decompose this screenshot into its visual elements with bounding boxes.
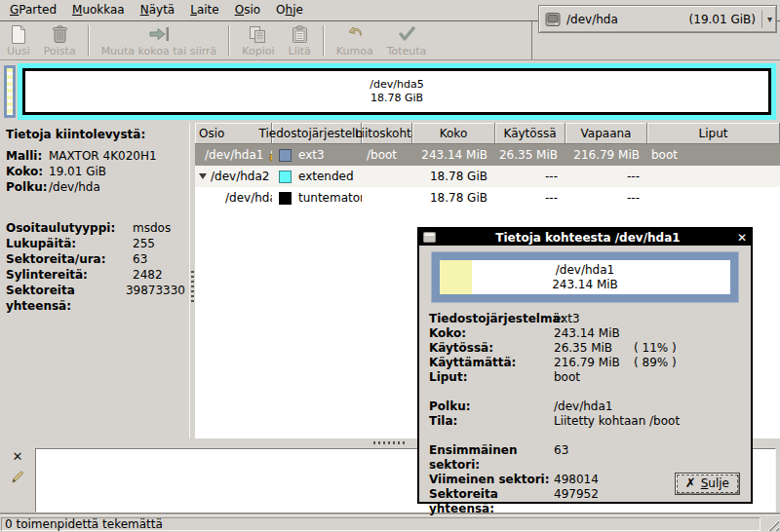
dialog-window-icon bbox=[423, 232, 436, 243]
table-row-hda1[interactable]: /dev/hda1 ext3 /boot 243.14 MiB 26.35 Mi… bbox=[195, 144, 780, 166]
undo-arrow-icon bbox=[346, 24, 364, 44]
dialog-row: Ensimmäinen sektori:63 bbox=[429, 443, 751, 473]
copy-button[interactable]: Kopioi bbox=[235, 21, 281, 59]
dialog-row: Koko:243.14 MiB bbox=[429, 326, 751, 341]
toolbar-dock-separator bbox=[531, 21, 532, 59]
device-size: (19.01 GiB) bbox=[689, 13, 756, 26]
toolbar-separator bbox=[323, 25, 325, 56]
info-row: Malli:MAXTOR 4K020H1 bbox=[6, 148, 185, 164]
paste-button[interactable]: Liitä bbox=[282, 21, 318, 59]
partition-table-header: Osio Tiedostojärjestelmä Liitoskohta Kok… bbox=[195, 123, 780, 144]
dialog-graphic-label: /dev/hda1 bbox=[556, 263, 614, 278]
new-partition-button[interactable]: Uusi bbox=[0, 21, 37, 59]
menu-nayta[interactable]: Näytä bbox=[133, 0, 183, 20]
splitter-handle-dots bbox=[191, 271, 194, 304]
col-header-liput[interactable]: Liput bbox=[647, 123, 780, 144]
status-text: 0 toimenpidettä tekemättä bbox=[5, 517, 163, 531]
info-row: Koko:19.01 GiB bbox=[6, 164, 185, 179]
visual-partition-hda5[interactable]: /dev/hda5 18.78 GiB bbox=[22, 68, 771, 115]
resize-grip[interactable] bbox=[764, 516, 779, 531]
info-row: Lukupäitä:255 bbox=[6, 236, 185, 251]
status-message-box: 0 toimenpidettä tekemättä bbox=[1, 517, 760, 531]
close-pane-icon[interactable]: ✕ bbox=[13, 450, 23, 464]
visual-hda5-label: /dev/hda5 bbox=[370, 78, 423, 92]
menu-osio[interactable]: Osio bbox=[227, 0, 268, 20]
undo-button[interactable]: Kumoa bbox=[330, 21, 380, 59]
dialog-partition-graphic: /dev/hda1 243.14 MiB bbox=[431, 251, 739, 303]
new-document-icon bbox=[11, 24, 26, 44]
trash-icon bbox=[52, 24, 68, 44]
col-header-tiedostojarjestelma[interactable]: Tiedostojärjestelmä bbox=[272, 123, 362, 144]
dialog-title: Tietoja kohteesta /dev/hda1 bbox=[439, 231, 737, 245]
fs-color-swatch bbox=[279, 171, 292, 183]
disk-visual-strip: /dev/hda5 18.78 GiB bbox=[0, 60, 780, 123]
info-row: Sektoreita yhteensä:39873330 bbox=[6, 283, 185, 314]
dialog-row: Polku:/dev/hda1 bbox=[429, 399, 751, 414]
device-info-panel: Tietoja kiintolevystä: Malli:MAXTOR 4K02… bbox=[0, 123, 189, 438]
chevron-down-icon[interactable]: ▾ bbox=[761, 11, 772, 28]
resize-move-button[interactable]: Muuta kokoa tai siirrä bbox=[95, 21, 224, 59]
info-row: Osoitaulutyyppi:msdos bbox=[6, 220, 185, 236]
checkmark-icon bbox=[399, 24, 415, 44]
copy-icon bbox=[249, 24, 267, 44]
visual-partition-hda1[interactable] bbox=[4, 65, 16, 118]
dialog-row: Käyttämättä:216.79 MiB( 89% ) bbox=[429, 356, 751, 370]
device-info-title: Tietoja kiintolevystä: bbox=[6, 128, 185, 141]
dialog-close-icon[interactable]: ✕ bbox=[737, 232, 747, 244]
resize-arrow-icon bbox=[148, 24, 170, 44]
fs-color-swatch bbox=[279, 149, 292, 162]
dialog-row: Käytössä:26.35 MiB( 11% ) bbox=[429, 341, 751, 356]
fs-color-swatch bbox=[279, 192, 292, 205]
dialog-row: Tiedostojärjestelmä:ext3 bbox=[429, 312, 751, 326]
visual-hda5-size: 18.78 GiB bbox=[370, 92, 423, 105]
statusbar: 0 toimenpidettä tekemättä bbox=[0, 514, 780, 532]
harddisk-icon bbox=[545, 12, 561, 27]
expander-triangle-icon[interactable] bbox=[199, 173, 207, 179]
menu-muokkaa[interactable]: Muokkaa bbox=[64, 0, 133, 20]
table-row-hda5[interactable]: /dev/hda5 tuntematon 18.78 GiB --- --- bbox=[195, 187, 780, 209]
close-button[interactable]: ✗ Sulje bbox=[675, 473, 740, 495]
info-row: Polku:/dev/hda bbox=[6, 179, 185, 195]
dialog-row: Tila:Liitetty kohtaan /boot bbox=[429, 414, 751, 429]
pencil-icon bbox=[10, 470, 25, 485]
table-row-hda2[interactable]: /dev/hda2 extended 18.78 GiB --- --- bbox=[195, 166, 780, 187]
menu-gparted[interactable]: GParted bbox=[2, 0, 64, 20]
dialog-graphic-size: 243.14 MiB bbox=[552, 278, 618, 292]
dialog-titlebar[interactable]: Tietoja kohteesta /dev/hda1 ✕ bbox=[419, 229, 751, 246]
apply-button[interactable]: Toteuta bbox=[380, 21, 434, 59]
info-row: Sylintereitä:2482 bbox=[6, 267, 185, 283]
visual-partition-hda2-extended[interactable]: /dev/hda5 18.78 GiB bbox=[18, 63, 776, 120]
info-row: Sektoreita/ura:63 bbox=[6, 251, 185, 267]
splitter-handle-dots bbox=[373, 441, 407, 444]
paste-clipboard-icon bbox=[292, 24, 308, 44]
col-header-vapaana[interactable]: Vapaana bbox=[566, 123, 647, 144]
toolbar-separator bbox=[88, 25, 90, 56]
close-x-icon: ✗ bbox=[685, 477, 696, 489]
device-path: /dev/hda bbox=[566, 13, 618, 26]
menu-laite[interactable]: Laite bbox=[182, 0, 226, 20]
dialog-row: Liput:boot bbox=[429, 370, 751, 385]
delete-partition-button[interactable]: Poista bbox=[37, 21, 83, 59]
menu-ohje[interactable]: Ohje bbox=[268, 0, 311, 20]
col-header-koko[interactable]: Koko bbox=[412, 123, 495, 144]
device-selector-combo[interactable]: /dev/hda (19.01 GiB) ▾ bbox=[538, 5, 777, 33]
col-header-liitoskohta[interactable]: Liitoskohta bbox=[362, 123, 412, 144]
partition-info-dialog: Tietoja kohteesta /dev/hda1 ✕ /dev/hda1 … bbox=[417, 227, 753, 504]
col-header-kaytossa[interactable]: Käytössä bbox=[495, 123, 566, 144]
toolbar-separator bbox=[228, 25, 230, 56]
